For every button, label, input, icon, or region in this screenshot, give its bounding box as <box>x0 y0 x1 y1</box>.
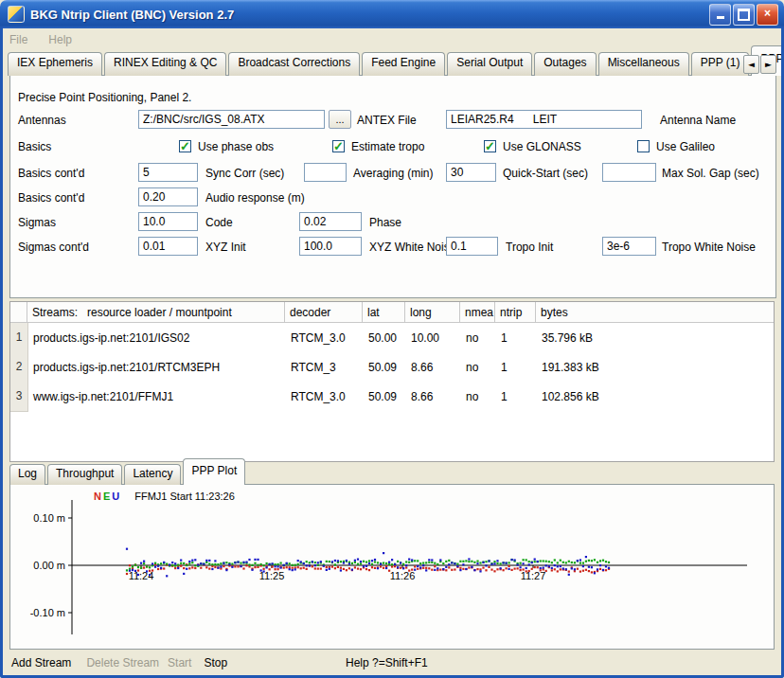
use-galileo-label: Use Galileo <box>656 140 715 153</box>
minimize-icon[interactable] <box>709 4 731 26</box>
quick-start-label: Quick-Start (sec) <box>503 167 588 180</box>
use-galileo-checkbox[interactable] <box>637 140 650 152</box>
sigma-code-input[interactable] <box>138 212 198 231</box>
antex-browse-button[interactable]: ... <box>329 110 351 129</box>
tab-outages[interactable]: Outages <box>534 52 596 76</box>
header-bytes[interactable]: bytes <box>536 302 774 322</box>
max-sol-gap-input[interactable] <box>602 163 656 182</box>
estimate-tropo-label: Estimate tropo <box>351 140 424 153</box>
plot-legend: N E U FFMJ1 Start 11:23:26 <box>94 491 235 502</box>
cell-mountpoint: products.igs-ip.net:2101/IGS02 <box>28 331 286 345</box>
tropo-white-noise-input[interactable] <box>602 237 656 256</box>
streams-table-header: Streams: resource loader / mountpoint de… <box>10 302 774 323</box>
header-long[interactable]: long <box>405 302 460 322</box>
sigmas2-label: Sigmas cont'd <box>18 241 89 254</box>
antex-path-input[interactable] <box>138 110 325 129</box>
use-phase-obs-checkbox[interactable] <box>179 140 191 152</box>
svg-text:11:26: 11:26 <box>390 570 416 581</box>
tab-rinex-ephemeris[interactable]: IEX Ephemeris <box>8 52 102 76</box>
basics-label: Basics <box>18 140 51 153</box>
header-lat[interactable]: lat <box>363 302 405 322</box>
cell-ntrip: 1 <box>496 390 537 403</box>
cell-long: 8.66 <box>406 390 461 403</box>
tab-scroll-left-icon[interactable]: ◄ <box>743 55 759 74</box>
help-shortcut-text: Help ?=Shift+F1 <box>346 656 428 669</box>
row-number: 2 <box>10 352 28 383</box>
window-title: BKG Ntrip Client (BNC) Version 2.7 <box>30 8 709 22</box>
audio-response-label: Audio response (m) <box>205 191 305 205</box>
tab-log[interactable]: Log <box>9 464 45 485</box>
tab-ppp-1[interactable]: PPP (1) <box>691 52 750 76</box>
averaging-label: Averaging (min) <box>353 167 433 180</box>
maximize-icon[interactable] <box>733 4 755 26</box>
tab-latency[interactable]: Latency <box>124 464 181 485</box>
legend-up: U <box>112 491 119 502</box>
main-tabbar: IEX Ephemeris RINEX Editing & QC Broadca… <box>8 52 784 76</box>
delete-stream-button[interactable]: Delete Stream <box>86 656 159 669</box>
sigma-phase-input[interactable] <box>299 212 362 231</box>
antennas-label: Antennas <box>18 114 66 127</box>
audio-response-input[interactable] <box>138 187 198 206</box>
tab-miscellaneous[interactable]: Miscellaneous <box>598 52 689 76</box>
antex-file-label: ANTEX File <box>357 114 417 127</box>
svg-text:0.10 m: 0.10 m <box>33 512 65 524</box>
header-nmea[interactable]: nmea <box>460 302 495 322</box>
quick-start-input[interactable] <box>446 163 496 182</box>
antenna-name-input[interactable] <box>446 110 642 129</box>
xyz-init-input[interactable] <box>138 237 198 256</box>
row-number: 3 <box>10 382 28 412</box>
cell-mountpoint: www.igs-ip.net:2101/FFMJ1 <box>28 390 286 403</box>
cell-nmea: no <box>461 390 496 403</box>
max-sol-gap-label: Max Sol. Gap (sec) <box>662 167 759 180</box>
tab-rinex-editing-qc[interactable]: RINEX Editing & QC <box>104 52 226 76</box>
estimate-tropo-checkbox[interactable] <box>332 140 345 152</box>
stream-row-1[interactable]: 1 products.igs-ip.net:2101/IGS02 RTCM_3.… <box>10 323 774 352</box>
menu-help[interactable]: Help <box>48 33 72 46</box>
stop-button[interactable]: Stop <box>204 656 227 669</box>
sigma-phase-label: Phase <box>369 216 401 229</box>
header-ntrip[interactable]: ntrip <box>495 302 536 322</box>
tab-serial-output[interactable]: Serial Output <box>447 52 532 76</box>
xyz-white-noise-input[interactable] <box>299 237 362 256</box>
xyz-init-label: XYZ Init <box>205 241 246 254</box>
tab-scroll-buttons: ◄ ► <box>743 55 776 74</box>
stream-row-3[interactable]: 3 www.igs-ip.net:2101/FFMJ1 RTCM_3.0 50.… <box>10 382 774 411</box>
cell-nmea: no <box>461 361 496 374</box>
cell-decoder: RTCM_3.0 <box>286 390 364 403</box>
averaging-input[interactable] <box>304 163 347 182</box>
cell-mountpoint: products.igs-ip.net:2101/RTCM3EPH <box>28 361 286 374</box>
header-decoder[interactable]: decoder <box>285 302 363 322</box>
menu-file[interactable]: File <box>9 33 27 46</box>
tab-scroll-right-icon[interactable]: ► <box>760 55 776 74</box>
sync-corr-input[interactable] <box>138 163 198 182</box>
xyz-white-noise-label: XYZ White Noise <box>369 241 455 254</box>
add-stream-button[interactable]: Add Stream <box>11 656 71 669</box>
ppp-plot-svg: 0.10 m0.00 m-0.10 m11:2411:2511:2611:27 <box>10 485 774 649</box>
ppp2-panel: Precise Point Positioning, Panel 2. Ante… <box>9 75 776 298</box>
header-gutter <box>10 302 27 322</box>
row-number: 1 <box>10 323 28 353</box>
cell-lat: 50.00 <box>364 331 406 345</box>
tab-ppp-plot[interactable]: PPP Plot <box>183 458 245 485</box>
sync-corr-label: Sync Corr (sec) <box>205 167 284 180</box>
svg-text:0.00 m: 0.00 m <box>33 560 65 571</box>
tab-broadcast-corrections[interactable]: Broadcast Corrections <box>228 52 360 76</box>
cell-ntrip: 1 <box>496 361 537 374</box>
tropo-init-label: Tropo Init <box>506 241 553 254</box>
sigma-code-label: Code <box>205 216 233 229</box>
use-glonass-checkbox[interactable] <box>484 140 496 152</box>
legend-east: E <box>103 491 110 502</box>
header-mountpoint[interactable]: Streams: resource loader / mountpoint <box>27 302 285 322</box>
menu-bar: File Help <box>0 28 784 51</box>
tropo-init-input[interactable] <box>446 237 498 256</box>
use-phase-obs-label: Use phase obs <box>198 140 274 153</box>
start-button[interactable]: Start <box>168 656 191 669</box>
tab-feed-engine[interactable]: Feed Engine <box>362 52 445 76</box>
cell-long: 10.00 <box>406 331 461 345</box>
tab-throughput[interactable]: Throughput <box>47 464 122 485</box>
close-icon[interactable]: × <box>757 4 778 26</box>
title-bar[interactable]: BKG Ntrip Client (BNC) Version 2.7 × <box>0 0 784 28</box>
window-controls: × <box>709 4 778 26</box>
bottom-tabbar: Log Throughput Latency PPP Plot <box>9 464 247 485</box>
stream-row-2[interactable]: 2 products.igs-ip.net:2101/RTCM3EPH RTCM… <box>10 352 774 382</box>
